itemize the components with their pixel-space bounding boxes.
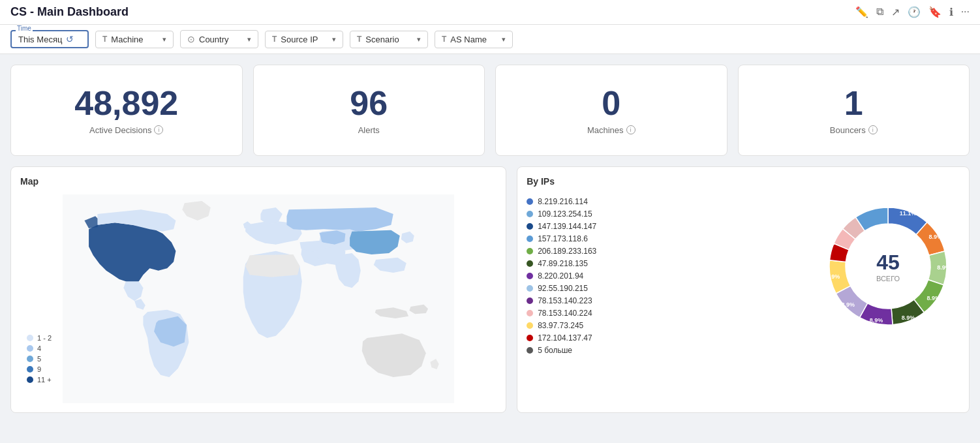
legend-label-11plus: 11 + xyxy=(37,376,52,384)
legend-label-1-2: 1 - 2 xyxy=(37,334,52,342)
legend-dot-5 xyxy=(27,356,33,362)
ip-dot xyxy=(527,223,533,230)
map-panel: Map xyxy=(10,166,506,413)
machines-info-icon[interactable]: i xyxy=(626,125,635,134)
active-decisions-info-icon[interactable]: i xyxy=(154,125,163,134)
time-filter-value: This Месяц xyxy=(18,35,62,44)
ip-list-item: 206.189.233.163 xyxy=(527,247,810,256)
legend-dot-9 xyxy=(27,366,33,373)
top-bar: CS - Main Dashboard ✏️ ⧉ ↗ 🕐 🔖 ℹ ··· xyxy=(0,0,980,25)
ip-dot xyxy=(527,347,533,354)
ip-label: 147.139.144.147 xyxy=(538,222,596,231)
ip-label: 206.189.233.163 xyxy=(538,247,596,256)
as-name-chevron-icon: ▾ xyxy=(502,35,506,44)
ip-dot xyxy=(527,298,533,304)
ips-content: 8.219.216.114109.123.254.15147.139.144.1… xyxy=(527,194,960,403)
ip-label: 78.153.140.224 xyxy=(538,309,592,318)
svg-text:8.9%: 8.9% xyxy=(937,264,951,271)
time-filter[interactable]: Time This Месяц ↺ xyxy=(10,30,89,48)
bouncers-number: 1 xyxy=(844,86,863,120)
source-ip-filter-label: Source IP xyxy=(281,35,328,44)
alerts-card: 96 Alerts xyxy=(253,65,485,156)
donut-total-number: 45 xyxy=(876,251,900,275)
source-ip-filter[interactable]: T Source IP ▾ xyxy=(265,31,343,48)
legend-item-11plus: 11 + xyxy=(27,376,52,384)
as-name-filter[interactable]: T AS Name ▾ xyxy=(435,31,513,48)
alerts-label: Alerts xyxy=(358,125,380,135)
country-filter-label: Country xyxy=(199,35,243,44)
ip-list-item: 78.153.140.224 xyxy=(527,309,810,318)
active-decisions-label: Active Decisions i xyxy=(89,125,163,135)
scenario-chevron-icon: ▾ xyxy=(417,35,421,44)
ip-list-item: 109.123.254.15 xyxy=(527,209,810,219)
legend-dot-4 xyxy=(27,345,33,352)
ip-label: 157.173.118.6 xyxy=(538,234,588,243)
info-icon[interactable]: ℹ xyxy=(949,6,953,18)
ip-list-item: 8.219.216.114 xyxy=(527,197,810,206)
ip-list-item: 5 больше xyxy=(527,346,810,355)
ip-dot xyxy=(527,335,533,341)
donut-center: 45 ВСЕГО xyxy=(876,251,900,283)
source-ip-chevron-icon: ▾ xyxy=(332,35,336,44)
by-ips-panel: By IPs 8.219.216.114109.123.254.15147.13… xyxy=(517,166,970,413)
world-map-svg xyxy=(20,194,497,403)
clock-icon[interactable]: 🕐 xyxy=(908,6,921,18)
legend-item-1-2: 1 - 2 xyxy=(27,334,52,342)
ip-dot xyxy=(527,273,533,279)
main-content: 48,892 Active Decisions i 96 Alerts 0 Ma… xyxy=(0,54,980,423)
active-decisions-card: 48,892 Active Decisions i xyxy=(10,65,243,156)
pencil-icon[interactable]: ✏️ xyxy=(855,6,868,18)
svg-text:11.1%: 11.1% xyxy=(900,210,917,217)
legend-dot-11plus xyxy=(27,376,33,383)
alerts-number: 96 xyxy=(350,86,388,120)
filter-bar: Time This Месяц ↺ T Machine ▾ ⊙ Country … xyxy=(0,25,980,54)
ip-label: 172.104.137.47 xyxy=(538,333,592,343)
map-container: 1 - 2 4 5 9 xyxy=(20,194,497,403)
ip-dot xyxy=(527,198,533,205)
bookmark-icon[interactable]: 🔖 xyxy=(928,6,942,18)
legend-label-4: 4 xyxy=(37,344,41,352)
ips-list: 8.219.216.114109.123.254.15147.139.144.1… xyxy=(527,194,810,403)
svg-text:8.9%: 8.9% xyxy=(842,301,855,308)
ip-label: 8.220.201.94 xyxy=(538,271,583,281)
donut-total-label: ВСЕГО xyxy=(876,275,900,283)
map-legend: 1 - 2 4 5 9 xyxy=(27,334,52,384)
machines-card: 0 Machines i xyxy=(495,65,727,156)
more-icon[interactable]: ··· xyxy=(961,6,970,18)
active-decisions-number: 48,892 xyxy=(74,86,178,120)
machine-type-icon: T xyxy=(102,35,107,44)
bouncers-info-icon[interactable]: i xyxy=(868,125,878,134)
legend-item-5: 5 xyxy=(27,355,52,363)
legend-label-9: 9 xyxy=(37,365,41,373)
ip-dot xyxy=(527,322,533,329)
svg-text:8.9%: 8.9% xyxy=(827,273,840,280)
svg-text:8.9%: 8.9% xyxy=(870,317,883,324)
ip-list-item: 172.104.137.47 xyxy=(527,333,810,343)
scenario-filter-label: Scenario xyxy=(365,35,413,44)
country-chevron-icon: ▾ xyxy=(247,35,251,44)
ip-dot xyxy=(527,260,533,267)
time-filter-label: Time xyxy=(16,25,33,32)
ip-list-item: 78.153.140.223 xyxy=(527,296,810,305)
bottom-panels: Map xyxy=(10,166,970,413)
ip-list-item: 8.220.201.94 xyxy=(527,271,810,281)
copy-icon[interactable]: ⧉ xyxy=(876,6,883,18)
machine-filter[interactable]: T Machine ▾ xyxy=(95,31,174,48)
time-reset-icon[interactable]: ↺ xyxy=(66,34,74,44)
scenario-filter[interactable]: T Scenario ▾ xyxy=(350,31,428,48)
ip-list-item: 147.139.144.147 xyxy=(527,222,810,231)
scenario-type-icon: T xyxy=(357,35,361,44)
legend-item-9: 9 xyxy=(27,365,52,373)
donut-chart-container: 11.1%8.9%8.9%8.9%8.9%8.9%8.9%8.9% 45 ВСЕ… xyxy=(816,194,960,338)
map-panel-title: Map xyxy=(20,176,497,187)
ip-label: 78.153.140.223 xyxy=(538,296,592,305)
machine-chevron-icon: ▾ xyxy=(162,35,166,44)
country-filter[interactable]: ⊙ Country ▾ xyxy=(180,30,258,48)
ip-list-item: 157.173.118.6 xyxy=(527,234,810,243)
legend-label-5: 5 xyxy=(37,355,41,363)
source-ip-type-icon: T xyxy=(272,35,277,44)
top-bar-actions: ✏️ ⧉ ↗ 🕐 🔖 ℹ ··· xyxy=(855,6,970,18)
machines-number: 0 xyxy=(602,86,620,120)
page-title: CS - Main Dashboard xyxy=(10,5,129,19)
share-icon[interactable]: ↗ xyxy=(891,6,900,18)
